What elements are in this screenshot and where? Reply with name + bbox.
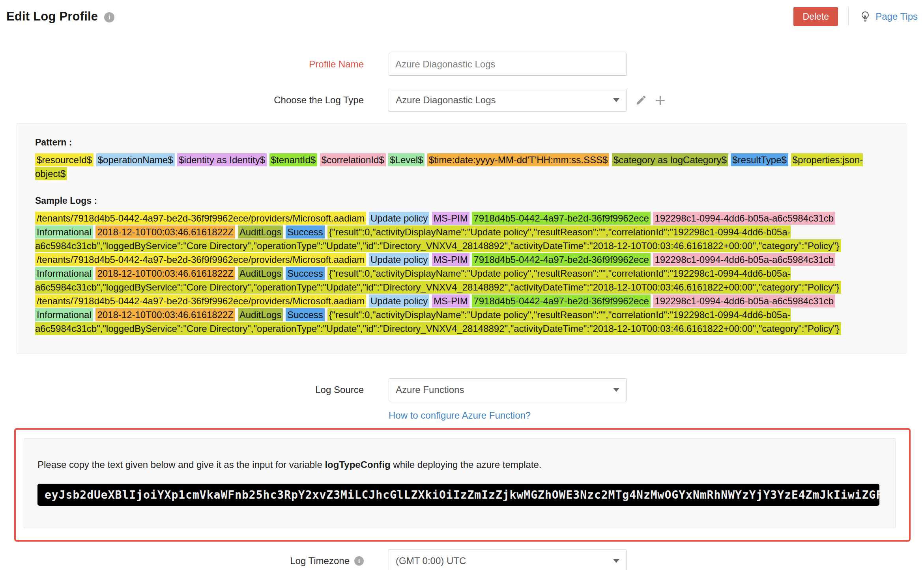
sample-log-entry: /tenants/7918d4b5-0442-4a97-be2d-36f9f99… xyxy=(35,294,888,335)
pattern-panel: Pattern : $resourceId$ $operationName$ $… xyxy=(17,123,906,354)
add-log-type-icon[interactable]: + xyxy=(655,92,666,108)
highlight-token: AuditLogs xyxy=(238,225,283,238)
highlight-token: $resultType$ xyxy=(731,153,788,166)
delete-button[interactable]: Delete xyxy=(793,7,838,26)
highlight-token: Informational xyxy=(35,225,93,238)
log-type-select[interactable]: Azure Diagonastic Logs xyxy=(389,89,627,112)
highlight-token: 192298c1-0994-4dd6-b05a-a6c5984c31cb xyxy=(653,212,835,225)
chevron-down-icon xyxy=(613,98,619,102)
highlight-token: MS-PIM xyxy=(432,294,469,307)
highlight-token: $resourceId$ xyxy=(35,153,94,166)
profile-name-input[interactable] xyxy=(389,53,627,76)
highlight-token: $Level$ xyxy=(388,153,425,166)
sample-log-entry: /tenants/7918d4b5-0442-4a97-be2d-36f9f99… xyxy=(35,211,888,253)
profile-name-label: Profile Name xyxy=(0,59,364,70)
highlight-token: 2018-12-10T00:03:46.6161822Z xyxy=(95,267,235,280)
highlight-token: 7918d4b5-0442-4a97-be2d-36f9f9962ece xyxy=(472,294,650,307)
pattern-heading: Pattern : xyxy=(35,137,888,148)
highlight-token: Success xyxy=(286,225,325,238)
highlight-token: $operationName$ xyxy=(96,153,175,166)
highlight-token: $category as logCategory$ xyxy=(612,153,728,166)
page-tips-link[interactable]: Page Tips xyxy=(875,11,918,22)
highlight-token: 7918d4b5-0442-4a97-be2d-36f9f9962ece xyxy=(472,253,650,266)
highlight-token: $time:date:yyyy-MM-dd'T'HH:mm:ss.SSS$ xyxy=(427,153,609,166)
highlight-token: $tenantId$ xyxy=(269,153,317,166)
callout-message: Please copy the text given below and giv… xyxy=(37,459,879,470)
log-source-row: Log Source Azure Functions xyxy=(0,378,924,401)
highlight-token: Success xyxy=(286,267,325,280)
sample-logs-heading: Sample Logs : xyxy=(35,196,888,206)
highlight-token: /tenants/7918d4b5-0442-4a97-be2d-36f9f99… xyxy=(35,294,366,307)
highlight-token: Informational xyxy=(35,267,93,280)
callout-message-prefix: Please copy the text given below and giv… xyxy=(37,459,325,470)
highlight-token: $identity as Identity$ xyxy=(177,153,267,166)
highlight-token: 7918d4b5-0442-4a97-be2d-36f9f9962ece xyxy=(472,212,650,225)
log-source-select[interactable]: Azure Functions xyxy=(389,378,627,401)
profile-name-row: Profile Name xyxy=(0,53,924,76)
logtypeconfig-callout: Please copy the text given below and giv… xyxy=(14,428,911,542)
lightbulb-icon xyxy=(859,10,872,23)
highlight-token: 2018-12-10T00:03:46.6161822Z xyxy=(95,225,235,238)
log-timezone-label-text: Log Timezone xyxy=(290,555,350,566)
log-type-selected-value: Azure Diagonastic Logs xyxy=(396,95,496,106)
info-icon[interactable]: i xyxy=(104,12,114,22)
log-timezone-selected-value: (GMT 0:00) UTC xyxy=(396,555,466,566)
highlight-token: 2018-12-10T00:03:46.6161822Z xyxy=(95,308,235,321)
page-header: Edit Log Profile i Delete Page Tips xyxy=(0,0,924,28)
highlight-token: 192298c1-0994-4dd6-b05a-a6c5984c31cb xyxy=(653,253,835,266)
log-timezone-row: Log Timezone i (GMT 0:00) UTC xyxy=(0,550,924,570)
highlight-token: /tenants/7918d4b5-0442-4a97-be2d-36f9f99… xyxy=(35,212,366,225)
logtypeconfig-panel: Please copy the text given below and giv… xyxy=(24,438,896,528)
callout-message-variable: logTypeConfig xyxy=(325,459,390,470)
highlight-token: Informational xyxy=(35,308,93,321)
sample-log-lines: /tenants/7918d4b5-0442-4a97-be2d-36f9f99… xyxy=(35,211,888,335)
highlight-token: AuditLogs xyxy=(238,267,283,280)
log-timezone-select[interactable]: (GMT 0:00) UTC xyxy=(389,550,627,570)
callout-message-suffix: while deploying the azure template. xyxy=(391,459,542,470)
highlight-token: Success xyxy=(286,308,325,321)
highlight-token: Update policy xyxy=(369,212,429,225)
edit-pencil-icon[interactable] xyxy=(635,94,647,106)
info-icon[interactable]: i xyxy=(354,556,364,566)
log-timezone-label: Log Timezone i xyxy=(0,555,364,566)
configure-azure-function-link[interactable]: How to configure Azure Function? xyxy=(389,410,531,421)
highlight-token: /tenants/7918d4b5-0442-4a97-be2d-36f9f99… xyxy=(35,253,366,266)
highlight-token: MS-PIM xyxy=(432,253,469,266)
highlight-token: MS-PIM xyxy=(432,212,469,225)
log-source-label: Log Source xyxy=(0,384,364,395)
highlight-token: $correlationId$ xyxy=(320,153,386,166)
highlight-token: AuditLogs xyxy=(238,308,283,321)
log-type-row: Choose the Log Type Azure Diagonastic Lo… xyxy=(0,89,924,112)
chevron-down-icon xyxy=(613,559,619,563)
sample-log-entry: /tenants/7918d4b5-0442-4a97-be2d-36f9f99… xyxy=(35,253,888,294)
header-divider xyxy=(848,7,849,26)
log-type-label: Choose the Log Type xyxy=(0,95,364,106)
pattern-tokens: $resourceId$ $operationName$ $identity a… xyxy=(35,153,888,181)
highlight-token: Update policy xyxy=(369,253,429,266)
chevron-down-icon xyxy=(613,388,619,392)
highlight-token: 192298c1-0994-4dd6-b05a-a6c5984c31cb xyxy=(653,294,835,307)
highlight-token: Update policy xyxy=(369,294,429,307)
log-source-selected-value: Azure Functions xyxy=(396,384,464,395)
page-title: Edit Log Profile xyxy=(6,9,98,24)
logtypeconfig-token: eyJsb2dUeXBlIjoiYXp1cmVkaWFnb25hc3RpY2xv… xyxy=(37,484,879,506)
